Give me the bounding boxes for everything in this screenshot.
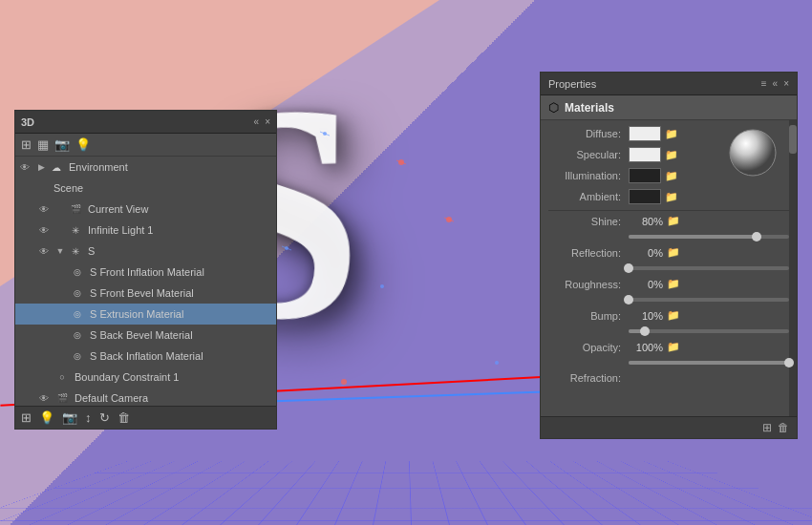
icon-current-view: 🎬 xyxy=(67,204,84,214)
slider-value-roughness: 0% xyxy=(629,279,663,290)
roughness-thumb[interactable] xyxy=(624,295,633,304)
bump-folder-icon[interactable]: 📁 xyxy=(667,309,680,322)
materials-section-header: ⬡ Materials xyxy=(541,95,797,120)
bottom-rotate-icon[interactable]: ↻ xyxy=(99,410,110,425)
toolbar-light-icon[interactable]: 💡 xyxy=(75,137,91,152)
scrollbar-track xyxy=(789,120,797,416)
slider-row-refraction: Refraction: xyxy=(548,372,789,384)
bottom-move-icon[interactable]: ↕ xyxy=(85,410,92,425)
shine-track-row xyxy=(548,229,789,244)
eye-icon-environment[interactable]: 👁 xyxy=(15,162,34,173)
label-environment: Environment xyxy=(69,161,270,173)
slider-label-shine: Shine: xyxy=(548,216,625,227)
layer-item-environment[interactable]: 👁 ▶ ☁ Environment xyxy=(15,157,276,178)
props-bottom-icon1[interactable]: ⊞ xyxy=(762,421,772,434)
slider-row-reflection: Reflection: 0% 📁 xyxy=(548,246,789,259)
reflection-folder-icon[interactable]: 📁 xyxy=(667,246,680,259)
bottom-trash-icon[interactable]: 🗑 xyxy=(118,410,130,425)
svg-point-14 xyxy=(730,130,776,176)
panel-3d-toolbar: ⊞ ▦ 📷 💡 xyxy=(15,134,276,157)
label-s-back-bevel: S Back Bevel Material xyxy=(90,329,270,341)
layer-item-s-extrusion[interactable]: ◎ S Extrusion Material xyxy=(15,304,276,325)
material-preview-sphere xyxy=(728,128,778,178)
reflection-slider[interactable] xyxy=(629,261,789,276)
eye-icon-infinite-light[interactable]: 👁 xyxy=(34,225,53,236)
roughness-slider[interactable] xyxy=(629,292,789,307)
illumination-folder-icon[interactable]: 📁 xyxy=(665,170,678,182)
prop-label-illumination: Illumination: xyxy=(548,170,625,181)
toolbar-grid-icon[interactable]: ⊞ xyxy=(21,137,32,152)
layer-item-s-front-bevel[interactable]: ◎ S Front Bevel Material xyxy=(15,283,276,304)
layer-item-current-view[interactable]: 👁 🎬 Current View xyxy=(15,199,276,220)
slider-section-reflection: Reflection: 0% 📁 xyxy=(548,246,789,276)
bottom-grid-icon[interactable]: ⊞ xyxy=(21,410,32,425)
slider-row-roughness: Roughness: 0% 📁 xyxy=(548,278,789,290)
shine-thumb[interactable] xyxy=(752,232,761,242)
shine-folder-icon[interactable]: 📁 xyxy=(667,215,680,227)
prop-swatch-ambient[interactable] xyxy=(629,189,661,204)
panel-3d-controls: « × xyxy=(254,116,270,127)
layer-item-s-back-inflation[interactable]: ◎ S Back Inflation Material xyxy=(15,346,276,367)
shine-fill xyxy=(629,235,757,239)
panel-3d-bottom-toolbar: ⊞ 💡 📷 ↕ ↻ 🗑 xyxy=(15,406,276,429)
layer-item-s-front-inflation[interactable]: ◎ S Front Inflation Material xyxy=(15,262,276,283)
layer-item-scene[interactable]: Scene xyxy=(15,178,276,199)
expand-s[interactable]: ▼ xyxy=(53,246,67,256)
props-controls: ≡ « × xyxy=(761,78,789,89)
toolbar-table-icon[interactable]: ▦ xyxy=(37,137,49,152)
roughness-track-row xyxy=(548,292,789,307)
bump-thumb[interactable] xyxy=(640,326,650,336)
roughness-folder-icon[interactable]: 📁 xyxy=(667,278,680,290)
ambient-folder-icon[interactable]: 📁 xyxy=(665,191,678,203)
opacity-folder-icon[interactable]: 📁 xyxy=(667,341,680,353)
slider-row-opacity: Opacity: 100% 📁 xyxy=(548,341,789,353)
slider-value-shine: 80% xyxy=(629,216,663,227)
prop-swatch-specular[interactable] xyxy=(629,147,661,162)
panel-3d-titlebar: 3D « × xyxy=(15,111,276,134)
label-default-camera: Default Camera xyxy=(75,392,270,404)
layer-item-default-camera[interactable]: 👁 🎬 Default Camera xyxy=(15,388,276,406)
layer-item-boundary[interactable]: ○ Boundary Constraint 1 xyxy=(15,367,276,388)
prop-label-diffuse: Diffuse: xyxy=(548,128,625,139)
props-close-btn[interactable]: × xyxy=(783,78,789,89)
layer-item-infinite-light[interactable]: 👁 ✳ Infinite Light 1 xyxy=(15,220,276,241)
bump-track-row xyxy=(548,324,789,339)
slider-section-opacity: Opacity: 100% 📁 xyxy=(548,341,789,370)
slider-label-reflection: Reflection: xyxy=(548,247,625,259)
layer-item-s-back-bevel[interactable]: ◎ S Back Bevel Material xyxy=(15,325,276,346)
props-collapse-btn[interactable]: « xyxy=(773,78,779,89)
toolbar-camera-icon[interactable]: 📷 xyxy=(54,137,70,152)
label-current-view: Current View xyxy=(88,203,270,215)
opacity-thumb[interactable] xyxy=(784,358,794,368)
reflection-thumb[interactable] xyxy=(624,263,633,273)
prop-swatch-diffuse[interactable] xyxy=(629,126,661,141)
slider-section-refraction: Refraction: xyxy=(548,372,789,384)
opacity-slider[interactable] xyxy=(629,355,789,370)
props-menu-btn[interactable]: ≡ xyxy=(761,78,767,89)
materials-section-title: Materials xyxy=(565,101,614,115)
bottom-camera-icon[interactable]: 📷 xyxy=(62,410,77,425)
label-s: S xyxy=(88,245,270,257)
props-bottom-icon2[interactable]: 🗑 xyxy=(778,421,789,434)
shine-slider[interactable] xyxy=(629,229,789,244)
eye-icon-current-view[interactable]: 👁 xyxy=(34,204,53,215)
diffuse-folder-icon[interactable]: 📁 xyxy=(665,128,678,140)
eye-icon-default-camera[interactable]: 👁 xyxy=(34,393,53,404)
label-boundary: Boundary Constraint 1 xyxy=(75,371,270,383)
prop-swatch-illumination[interactable] xyxy=(629,168,661,183)
slider-section-bump: Bump: 10% 📁 xyxy=(548,309,789,339)
expand-environment[interactable]: ▶ xyxy=(34,162,48,172)
label-s-extrusion: S Extrusion Material xyxy=(90,308,270,320)
slider-label-roughness: Roughness: xyxy=(548,279,625,290)
slider-label-bump: Bump: xyxy=(548,310,625,322)
panel-3d-collapse-btn[interactable]: « xyxy=(254,116,260,127)
layer-item-s[interactable]: 👁 ▼ ✳ S xyxy=(15,241,276,262)
label-s-back-inflation: S Back Inflation Material xyxy=(90,350,270,362)
specular-folder-icon[interactable]: 📁 xyxy=(665,149,678,161)
panel-3d-close-btn[interactable]: × xyxy=(265,116,270,127)
bump-slider[interactable] xyxy=(629,324,789,339)
eye-icon-s[interactable]: 👁 xyxy=(34,246,53,257)
bottom-light-icon[interactable]: 💡 xyxy=(39,410,54,425)
prop-label-ambient: Ambient: xyxy=(548,191,625,202)
scrollbar-thumb[interactable] xyxy=(789,125,797,154)
